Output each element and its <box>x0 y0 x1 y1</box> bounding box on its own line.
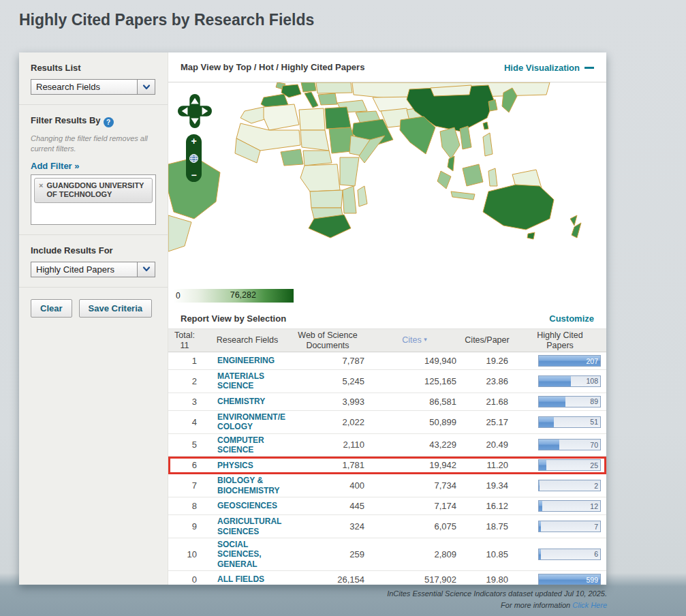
hcp-bar-cell: 6 <box>514 549 606 560</box>
hcp-bar-value: 207 <box>586 357 598 365</box>
field-link[interactable]: SOCIAL SCIENCES, GENERAL <box>204 540 287 569</box>
docs-cell: 259 <box>287 549 369 559</box>
zoom-out-button[interactable]: − <box>191 171 196 179</box>
docs-cell: 324 <box>287 521 369 532</box>
rank-cell: 9 <box>168 521 204 532</box>
table-row: 8GEOSCIENCES4457,17416.1212 <box>168 497 606 515</box>
hcp-bar: 207 <box>538 355 601 367</box>
rank-cell: 5 <box>168 440 204 450</box>
field-link[interactable]: ENVIRONMENT/ECOLOGY <box>204 412 287 432</box>
filter-tag[interactable]: × GUANGDONG UNIVERSITY OF TECHNOLOGY <box>34 178 153 204</box>
hcp-bar-value: 89 <box>590 397 598 405</box>
chevron-down-icon[interactable] <box>137 80 155 94</box>
minus-icon <box>584 67 594 69</box>
cites-per-paper-cell: 11.20 <box>461 460 514 470</box>
field-link[interactable]: ENGINEERING <box>204 356 287 365</box>
field-link[interactable]: AGRICULTURAL SCIENCES <box>204 517 287 536</box>
hcp-bar-value: 12 <box>590 502 598 510</box>
more-info-prefix: For more information <box>501 601 572 609</box>
main-panel: Results List Research Fields Filter Resu… <box>19 52 606 585</box>
column-header-cites[interactable]: Cites ▾ <box>369 335 461 345</box>
help-icon[interactable]: ? <box>104 117 114 127</box>
zoom-in-button[interactable]: + <box>191 137 196 145</box>
results-list-label: Results List <box>31 63 156 73</box>
sidebar: Results List Research Fields Filter Resu… <box>19 52 168 585</box>
more-info-text: For more information Click Here <box>387 600 607 611</box>
map-zoom-control[interactable]: + − <box>186 134 202 182</box>
total-label: Total: <box>168 330 201 340</box>
hcp-bar-value: 25 <box>590 461 598 469</box>
hcp-bar-cell: 89 <box>514 396 606 407</box>
table-row: 6PHYSICS1,78119,94211.2025 <box>168 457 606 474</box>
map-pan-control[interactable] <box>177 93 213 129</box>
field-link[interactable]: PHYSICS <box>204 461 287 470</box>
include-results-selected: Highly Cited Papers <box>31 262 137 277</box>
column-header-cites-per-paper[interactable]: Cites/Paper <box>461 335 514 345</box>
docs-cell: 400 <box>287 480 369 491</box>
click-here-link[interactable]: Click Here <box>572 601 607 609</box>
globe-icon[interactable] <box>189 153 199 164</box>
hcp-bar: 12 <box>538 500 601 512</box>
field-link[interactable]: BIOLOGY & BIOCHEMISTRY <box>204 476 287 495</box>
add-filter-link[interactable]: Add Filter » <box>31 161 80 171</box>
rank-cell: 7 <box>168 480 204 491</box>
map-visualization[interactable]: + − 0 76,282 <box>168 82 606 308</box>
cites-cell: 50,899 <box>369 417 461 427</box>
world-map[interactable] <box>168 82 606 287</box>
hcp-bar-fill <box>539 480 540 491</box>
hide-visualization[interactable]: Hide Visualization <box>504 61 594 74</box>
field-link[interactable]: CHEMISTRY <box>204 397 287 406</box>
save-criteria-button[interactable]: Save Criteria <box>79 299 153 318</box>
column-header-highly-cited-papers[interactable]: Highly Cited Papers <box>514 330 606 350</box>
field-link[interactable]: ALL FIELDS <box>204 574 287 584</box>
hcp-bar-fill <box>539 376 571 386</box>
column-header-research-fields[interactable]: Research Fields <box>204 335 287 345</box>
field-link[interactable]: MATERIALS SCIENCE <box>204 371 287 391</box>
footer-note: InCites Essential Science Indicators dat… <box>387 588 607 611</box>
table-row: 3CHEMISTRY3,99386,58121.6889 <box>168 393 606 411</box>
cites-header-label: Cites <box>402 335 421 345</box>
customize-link[interactable]: Customize <box>549 313 594 324</box>
hcp-bar-cell: 51 <box>514 416 606 428</box>
hcp-bar-cell: 599 <box>514 574 606 585</box>
docs-cell: 2,110 <box>287 440 369 450</box>
dataset-updated-text: InCites Essential Science Indicators dat… <box>387 588 607 600</box>
table-row: 7BIOLOGY & BIOCHEMISTRY4007,73419.342 <box>168 474 606 497</box>
field-link[interactable]: COMPUTER SCIENCE <box>204 435 287 455</box>
results-list-dropdown[interactable]: Research Fields <box>31 79 155 95</box>
cites-cell: 6,075 <box>369 521 461 532</box>
main-content: Map View by Top / Hot / Highly Cited Pap… <box>168 52 606 585</box>
cites-per-paper-cell: 21.68 <box>461 397 514 407</box>
cites-cell: 7,734 <box>369 480 461 491</box>
hcp-bar-cell: 108 <box>514 375 606 387</box>
docs-cell: 7,787 <box>287 356 369 366</box>
hcp-bar: 7 <box>538 521 601 532</box>
hcp-bar-cell: 25 <box>514 459 606 471</box>
chevron-down-icon[interactable] <box>137 262 155 277</box>
filter-label-text: Filter Results By <box>31 115 101 125</box>
hcp-bar: 89 <box>538 396 601 407</box>
legend-max-label: 76,282 <box>230 290 256 300</box>
field-link[interactable]: GEOSCIENCES <box>204 501 287 510</box>
hcp-bar-fill <box>539 521 541 532</box>
include-results-dropdown[interactable]: Highly Cited Papers <box>31 262 155 277</box>
rank-cell: 3 <box>168 397 204 407</box>
report-header: Report View by Selection Customize <box>168 308 606 329</box>
cites-cell: 19,942 <box>369 460 461 470</box>
table-row: 4ENVIRONMENT/ECOLOGY2,02250,89925.1751 <box>168 411 606 434</box>
rank-cell: 10 <box>168 549 204 559</box>
remove-filter-icon[interactable]: × <box>39 181 43 191</box>
cites-per-paper-cell: 16.12 <box>461 501 514 511</box>
cites-per-paper-cell: 19.26 <box>461 356 514 366</box>
hcp-bar-cell: 207 <box>514 355 606 367</box>
cites-cell: 517,902 <box>369 574 461 585</box>
docs-cell: 3,993 <box>287 397 369 407</box>
hcp-bar-cell: 12 <box>514 500 606 512</box>
column-header-wos-documents[interactable]: Web of Science Documents <box>287 330 369 350</box>
hide-visualization-link[interactable]: Hide Visualization <box>504 63 580 73</box>
filter-section: Filter Results By? Changing the filter f… <box>19 105 168 235</box>
docs-cell: 2,022 <box>287 417 369 427</box>
hcp-bar-value: 108 <box>586 377 598 385</box>
cites-cell: 43,229 <box>369 440 461 450</box>
clear-button[interactable]: Clear <box>31 299 72 318</box>
